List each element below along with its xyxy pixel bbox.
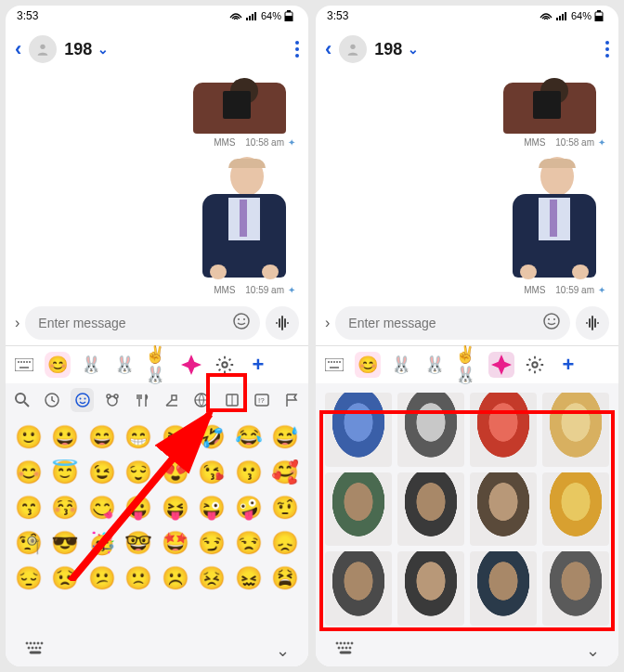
contact-avatar[interactable]: [29, 35, 57, 63]
emoji-item[interactable]: 🤪: [235, 495, 263, 521]
emoji-search-button[interactable]: [11, 388, 33, 412]
ar-emoji-tab[interactable]: 😊: [355, 352, 381, 378]
emoji-item[interactable]: 😟: [51, 565, 79, 591]
add-sticker-pack-button[interactable]: +: [555, 352, 581, 378]
back-button[interactable]: ‹: [15, 37, 21, 61]
emoji-item[interactable]: 🧐: [15, 530, 43, 556]
emoji-item[interactable]: 🥳: [88, 530, 116, 556]
sticker-tab-2[interactable]: 🐰: [422, 352, 448, 378]
emoji-item[interactable]: 😀: [51, 424, 79, 450]
sticker-blue-container[interactable]: [325, 393, 392, 467]
voice-input-button[interactable]: [266, 306, 299, 340]
emoji-item[interactable]: 😕: [88, 565, 116, 591]
contact-name[interactable]: 198 ⌄: [374, 40, 419, 59]
emoji-item[interactable]: 😝: [162, 495, 189, 521]
emoji-item[interactable]: 😁: [124, 424, 152, 450]
emoji-item[interactable]: 😄: [88, 424, 116, 450]
emoji-item[interactable]: 😎: [51, 530, 79, 556]
emoji-item[interactable]: 😛: [124, 495, 152, 521]
emoji-item[interactable]: 🥰: [271, 459, 299, 485]
message-input[interactable]: [335, 306, 570, 340]
emoji-cat-activity[interactable]: [161, 388, 183, 412]
emoji-item[interactable]: 😜: [198, 495, 226, 521]
emoji-cat-food[interactable]: [131, 388, 153, 412]
add-sticker-pack-button[interactable]: +: [245, 352, 271, 378]
emoji-cat-recent[interactable]: [41, 388, 63, 412]
sticker-person-bike[interactable]: [542, 551, 609, 626]
expand-input-button[interactable]: ›: [15, 315, 20, 331]
sticker-person-portrait[interactable]: [470, 472, 537, 547]
emoji-cat-objects[interactable]: [220, 388, 242, 412]
emoji-item[interactable]: 😚: [51, 495, 79, 521]
emoji-item[interactable]: 😋: [88, 495, 116, 521]
sticker-tab-1[interactable]: 🐰: [78, 352, 104, 378]
emoji-cat-smileys[interactable]: [71, 388, 93, 412]
custom-sticker-tab[interactable]: [488, 352, 514, 378]
sticker-lamp[interactable]: [397, 393, 464, 467]
sticker-tab-3[interactable]: ✌️🐰: [145, 352, 171, 378]
emoji-item[interactable]: 😘: [198, 459, 226, 485]
emoji-item[interactable]: 😗: [235, 459, 263, 485]
message-sticker-1[interactable]: [184, 78, 295, 134]
emoji-item[interactable]: 😆: [162, 424, 189, 450]
collapse-keyboard-button[interactable]: ⌄: [276, 640, 290, 661]
emoji-item[interactable]: 🙁: [124, 565, 152, 591]
sticker-person-gesture-1[interactable]: [325, 472, 392, 547]
messages-pane[interactable]: MMS 10:58 am✦ MMS 10:59 am✦: [316, 72, 618, 301]
emoji-item[interactable]: 🤨: [271, 495, 299, 521]
sticker-person-cap[interactable]: [470, 551, 537, 626]
emoji-cat-sports[interactable]: [190, 388, 213, 412]
keyboard-switch-icon[interactable]: [11, 352, 37, 378]
sticker-hand-plate[interactable]: [542, 393, 609, 467]
emoji-item[interactable]: 😅: [271, 424, 299, 450]
more-menu-button[interactable]: [295, 41, 299, 58]
keyboard-settings-button[interactable]: [212, 352, 238, 378]
emoji-item[interactable]: ☹️: [162, 565, 189, 591]
sticker-person-sitting-1[interactable]: [325, 551, 392, 626]
emoji-cat-symbols[interactable]: !?: [251, 388, 273, 412]
emoji-item[interactable]: 😇: [51, 459, 79, 485]
voice-input-button[interactable]: [576, 306, 609, 340]
emoji-item[interactable]: 😙: [15, 495, 43, 521]
emoji-picker-button[interactable]: [542, 312, 561, 334]
emoji-cat-flags[interactable]: [280, 388, 303, 412]
sticker-red-tree[interactable]: [470, 393, 537, 467]
emoji-cat-animals[interactable]: [101, 388, 124, 412]
ar-emoji-tab[interactable]: 😊: [45, 352, 71, 378]
sticker-jar[interactable]: [542, 472, 609, 547]
message-sticker-2[interactable]: [503, 153, 605, 283]
message-input[interactable]: [25, 306, 260, 340]
emoji-item[interactable]: 😣: [198, 565, 226, 591]
sticker-tab-1[interactable]: 🐰: [388, 352, 414, 378]
emoji-item[interactable]: 😖: [235, 565, 263, 591]
emoji-item[interactable]: 🤩: [162, 530, 189, 556]
emoji-picker-button[interactable]: [232, 312, 251, 334]
sticker-tab-2[interactable]: 🐰: [111, 352, 137, 378]
sticker-person-headshot[interactable]: [397, 551, 464, 626]
emoji-item[interactable]: 😏: [198, 530, 226, 556]
emoji-item[interactable]: 😞: [271, 530, 299, 556]
emoji-item[interactable]: 🤣: [198, 424, 226, 450]
message-sticker-1[interactable]: [494, 78, 605, 134]
keyboard-switch-icon[interactable]: [321, 352, 347, 378]
message-sticker-2[interactable]: [193, 153, 295, 283]
emoji-item[interactable]: 😊: [15, 459, 43, 485]
keyboard-settings-button[interactable]: [522, 352, 548, 378]
emoji-item[interactable]: 😍: [162, 459, 189, 485]
emoji-item[interactable]: 😔: [15, 565, 43, 591]
keyboard-toggle-button[interactable]: [24, 641, 46, 660]
contact-name[interactable]: 198 ⌄: [64, 40, 109, 59]
custom-sticker-tab[interactable]: [178, 352, 204, 378]
emoji-item[interactable]: 🙂: [15, 424, 43, 450]
emoji-item[interactable]: 😂: [235, 424, 263, 450]
emoji-item[interactable]: 😫: [271, 565, 299, 591]
emoji-item[interactable]: 🤓: [124, 530, 152, 556]
emoji-item[interactable]: 😉: [88, 459, 116, 485]
more-menu-button[interactable]: [605, 41, 609, 58]
emoji-item[interactable]: 😒: [235, 530, 263, 556]
collapse-keyboard-button[interactable]: ⌄: [586, 640, 600, 661]
expand-input-button[interactable]: ›: [325, 315, 330, 331]
emoji-item[interactable]: 😌: [124, 459, 152, 485]
sticker-person-talking[interactable]: [397, 472, 464, 547]
messages-pane[interactable]: MMS 10:58 am✦ MMS 10:59 am✦: [6, 72, 308, 301]
